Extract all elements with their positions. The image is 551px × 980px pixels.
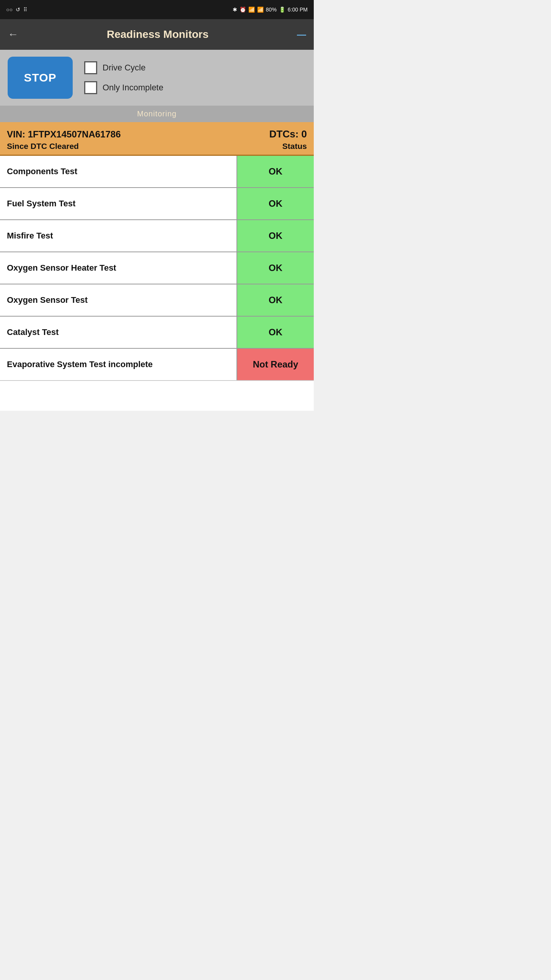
- only-incomplete-label: Only Incomplete: [103, 83, 163, 93]
- vin-display: VIN: 1FTPX14507NA61786: [7, 129, 121, 140]
- table-row: Evaporative System Test incompleteNot Re…: [0, 349, 314, 380]
- wifi-signal-icon: 📶: [248, 7, 255, 13]
- table-row: Components TestOK: [0, 156, 314, 188]
- drive-cycle-checkbox[interactable]: [84, 61, 97, 74]
- info-bottom: Since DTC Cleared Status: [7, 142, 307, 151]
- bottom-spacer: [0, 380, 314, 411]
- monitors-list: Components TestOKFuel System TestOKMisfi…: [0, 156, 314, 380]
- only-incomplete-row: Only Incomplete: [84, 81, 163, 94]
- controls-area: STOP Drive Cycle Only Incomplete: [0, 50, 314, 106]
- monitor-status-cell: OK: [237, 317, 314, 348]
- signal-icon: 📶: [257, 7, 264, 13]
- monitoring-bar: Monitoring: [0, 106, 314, 122]
- table-row: Fuel System TestOK: [0, 188, 314, 220]
- monitor-name-cell: Components Test: [0, 156, 237, 187]
- vehicle-info-row: VIN: 1FTPX14507NA61786 DTCs: 0 Since DTC…: [0, 122, 314, 156]
- table-row: Oxygen Sensor TestOK: [0, 284, 314, 317]
- time-display: 6:00 PM: [288, 7, 308, 13]
- stop-button[interactable]: STOP: [8, 57, 73, 99]
- monitor-name-cell: Oxygen Sensor Test: [0, 284, 237, 316]
- dtcs-display: DTCs: 0: [269, 128, 307, 140]
- since-dtc-label: Since DTC Cleared: [7, 142, 79, 151]
- wifi-icon: ↺: [16, 7, 20, 13]
- app-header: ← Readiness Monitors —: [0, 19, 314, 50]
- table-row: Oxygen Sensor Heater TestOK: [0, 252, 314, 284]
- menu-icon[interactable]: —: [297, 29, 306, 40]
- status-bar: ○○ ↺ ⠿ ✱ ⏰ 📶 📶 80% 🔋 6:00 PM: [0, 0, 314, 19]
- status-bar-right: ✱ ⏰ 📶 📶 80% 🔋 6:00 PM: [233, 7, 308, 13]
- table-row: Misfire TestOK: [0, 220, 314, 252]
- monitor-name-cell: Misfire Test: [0, 220, 237, 252]
- alarm-icon: ⏰: [240, 7, 246, 13]
- only-incomplete-checkbox[interactable]: [84, 81, 97, 94]
- monitor-status-cell: OK: [237, 252, 314, 284]
- monitor-name-cell: Oxygen Sensor Heater Test: [0, 252, 237, 284]
- monitor-name-cell: Fuel System Test: [0, 188, 237, 219]
- monitor-status-cell: OK: [237, 156, 314, 187]
- monitor-name-cell: Catalyst Test: [0, 317, 237, 348]
- monitor-status-cell: OK: [237, 188, 314, 219]
- status-bar-left: ○○ ↺ ⠿: [6, 7, 27, 13]
- checkboxes-container: Drive Cycle Only Incomplete: [84, 61, 163, 94]
- drive-cycle-label: Drive Cycle: [103, 63, 145, 73]
- battery-icon: 🔋: [279, 7, 285, 13]
- table-row: Catalyst TestOK: [0, 317, 314, 349]
- drive-cycle-row: Drive Cycle: [84, 61, 163, 74]
- notification-icons: ○○: [6, 7, 13, 13]
- page-title: Readiness Monitors: [18, 28, 297, 41]
- back-button[interactable]: ←: [8, 28, 18, 41]
- status-column-label: Status: [282, 142, 307, 151]
- monitor-name-cell: Evaporative System Test incomplete: [0, 349, 237, 380]
- monitoring-label: Monitoring: [137, 109, 176, 118]
- monitor-status-cell: OK: [237, 220, 314, 252]
- info-top: VIN: 1FTPX14507NA61786 DTCs: 0: [7, 128, 307, 140]
- monitor-status-cell: OK: [237, 284, 314, 316]
- apps-icon: ⠿: [23, 7, 27, 13]
- battery-text: 80%: [266, 7, 277, 13]
- bluetooth-icon: ✱: [233, 7, 237, 13]
- monitor-status-cell: Not Ready: [237, 349, 314, 380]
